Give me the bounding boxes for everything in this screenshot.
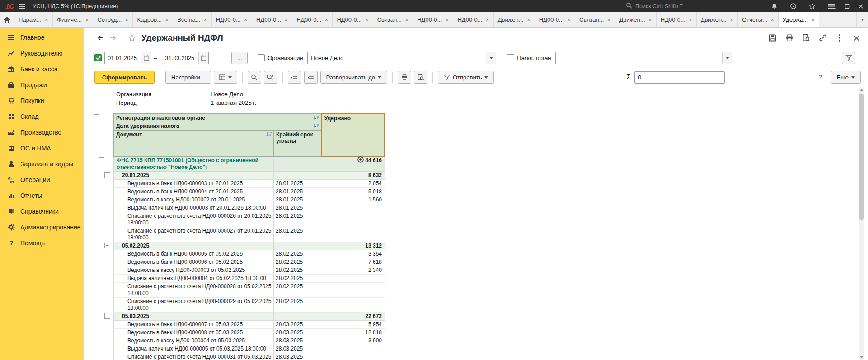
back-button[interactable] xyxy=(94,32,107,44)
tab-20[interactable]: Удержа...× xyxy=(779,12,819,27)
tab-2[interactable]: Физиче...× xyxy=(53,12,93,27)
collapse-groups-icon[interactable] xyxy=(288,71,301,84)
deadline-cell[interactable]: 28.03.2025 xyxy=(274,337,321,345)
collapse-group-button[interactable]: − xyxy=(104,313,110,319)
tax-office-combo[interactable] xyxy=(555,52,732,64)
deadline-cell[interactable]: 28.02.2025 xyxy=(274,275,321,283)
sidebar-item-dtkt[interactable]: ДтКтОперации xyxy=(0,172,83,187)
deadline-cell[interactable]: 28.01.2025 xyxy=(274,204,321,212)
sidebar-item-line-chart[interactable]: Руководителю xyxy=(0,45,83,61)
document-cell[interactable]: Ведомость в банк НД00-000008 от 05.03.20… xyxy=(113,329,274,337)
deadline-cell[interactable]: 28.02.2025 xyxy=(274,266,321,275)
document-cell[interactable]: Ведомость в банк НД00-000004 от 20.01.20… xyxy=(113,188,274,196)
withheld-cell[interactable] xyxy=(321,204,385,212)
withheld-cell[interactable] xyxy=(321,275,385,283)
withheld-cell[interactable]: 2 340 xyxy=(321,266,385,275)
deadline-cell[interactable] xyxy=(274,172,321,180)
find-icon[interactable] xyxy=(248,71,261,84)
print-icon[interactable] xyxy=(398,71,411,84)
withheld-cell[interactable]: 12 818 xyxy=(321,329,385,337)
document-cell[interactable]: Ведомость в банк НД00-000003 от 20.01.20… xyxy=(113,180,274,188)
tab-10[interactable]: Связан...× xyxy=(373,12,413,27)
collapse-group-button[interactable]: − xyxy=(99,157,104,163)
date-to-field[interactable]: 31.03.2025 xyxy=(162,52,209,64)
registration-header-cell[interactable]: Регистрация в налоговом органе xyxy=(113,113,321,122)
collapse-all-group-button[interactable]: − xyxy=(94,114,99,120)
deadline-cell[interactable] xyxy=(274,313,321,321)
tab-close-icon[interactable]: × xyxy=(165,17,169,23)
document-cell[interactable]: Списание с расчетного счета НД00-000027 … xyxy=(113,227,274,242)
info-period-value[interactable]: 1 квартал 2025 г. xyxy=(211,99,256,106)
info-period-label[interactable]: Период xyxy=(113,99,211,106)
tab-close-icon[interactable]: × xyxy=(486,17,489,23)
deadline-cell[interactable]: 28.01.2025 xyxy=(274,188,321,196)
sidebar-item-menu-lines[interactable]: Главное xyxy=(0,29,83,45)
chevron-down-icon[interactable] xyxy=(486,52,496,64)
deadline-cell[interactable]: 28.03.2025 xyxy=(274,345,321,353)
document-header-cell[interactable]: Документ xyxy=(113,131,274,157)
withheld-cell[interactable] xyxy=(321,298,385,313)
tab-close-icon[interactable]: × xyxy=(204,17,207,23)
calendar-icon[interactable] xyxy=(141,52,151,64)
deadline-cell[interactable]: 28.01.2025 xyxy=(274,212,321,227)
withheld-cell[interactable] xyxy=(321,212,385,227)
chevron-down-icon[interactable] xyxy=(722,52,732,64)
print-icon[interactable] xyxy=(784,33,795,43)
document-cell[interactable]: Ведомость в кассу НД00-000003 от 05.02.2… xyxy=(113,266,274,275)
tab-overflow-icon[interactable] xyxy=(856,12,868,27)
tab-8[interactable]: НД00-0...× xyxy=(292,12,333,27)
withheld-cell[interactable] xyxy=(321,227,385,242)
deadline-cell[interactable]: 28.03.2025 xyxy=(274,329,321,337)
sidebar-item-factory[interactable]: Производство xyxy=(0,124,83,140)
sidebar-item-book[interactable]: Справочники xyxy=(0,203,83,219)
deadline-cell[interactable] xyxy=(274,157,321,172)
tab-close-icon[interactable]: × xyxy=(405,17,408,23)
tab-1[interactable]: Парам...× xyxy=(14,12,53,27)
print-preview-icon[interactable] xyxy=(801,33,812,43)
withheld-cell[interactable]: 44 616 xyxy=(321,157,385,172)
organization-combo[interactable]: Новое Дело xyxy=(307,52,496,64)
add-favorite-star-icon[interactable] xyxy=(128,34,136,42)
tab-4[interactable]: Кадров...× xyxy=(133,12,173,27)
sort-icon[interactable] xyxy=(314,123,319,130)
find-next-icon[interactable] xyxy=(264,71,277,84)
tab-close-icon[interactable]: × xyxy=(85,17,89,23)
sidebar-item-help[interactable]: ?Помощь xyxy=(0,235,83,251)
sidebar-item-briefcase[interactable]: Продажи xyxy=(0,77,83,93)
home-icon[interactable] xyxy=(0,12,14,27)
deadline-cell[interactable]: 28.02.2025 xyxy=(274,258,321,266)
tab-5[interactable]: Все на...× xyxy=(173,12,211,27)
info-org-label[interactable]: Организация xyxy=(113,91,211,98)
withheld-cell[interactable]: 7 618 xyxy=(321,258,385,266)
send-button[interactable]: Отправить xyxy=(438,71,494,84)
deadline-cell[interactable]: 28.01.2025 xyxy=(274,196,321,204)
sidebar-item-bank[interactable]: Банк и касса xyxy=(0,61,83,77)
withheld-cell[interactable]: 3 354 xyxy=(321,250,385,258)
document-cell[interactable]: Ведомость в банк НД00-000005 от 05.02.20… xyxy=(113,250,274,258)
sidebar-item-bar-chart[interactable]: Отчеты xyxy=(0,187,83,203)
tab-close-icon[interactable]: × xyxy=(125,17,128,23)
info-org-value[interactable]: Новое Дело xyxy=(211,91,243,98)
filter-settings-button[interactable] xyxy=(842,52,855,64)
document-cell[interactable]: Списание с расчетного счета НД00-000031 … xyxy=(113,353,274,360)
tab-17[interactable]: НД00-0...× xyxy=(657,12,697,27)
withheld-cell[interactable]: 1 560 xyxy=(321,196,385,204)
document-cell[interactable]: Выдача наличных НД00-000005 от 05.03.202… xyxy=(113,345,274,353)
global-search[interactable]: Поиск Ctrl+Shift+F xyxy=(626,0,683,12)
withheld-cell[interactable] xyxy=(321,345,385,353)
document-cell[interactable]: Выдача наличных НД00-000003 от 20.01.202… xyxy=(113,204,274,212)
tab-11[interactable]: НД00-0...× xyxy=(413,12,453,27)
deadline-cell[interactable]: 28.03.2025 xyxy=(274,321,321,329)
save-icon[interactable] xyxy=(767,33,778,43)
tab-close-icon[interactable]: × xyxy=(730,17,733,23)
tab-13[interactable]: Движен...× xyxy=(494,12,535,27)
expand-to-button[interactable]: Разворачивать до xyxy=(320,71,387,84)
withheld-cell[interactable]: 5 018 xyxy=(321,188,385,196)
tab-close-icon[interactable]: × xyxy=(284,17,288,23)
withheld-cell[interactable]: 5 954 xyxy=(321,321,385,329)
main-menu-icon[interactable] xyxy=(19,4,25,9)
sidebar-item-person[interactable]: Зарплата и кадры xyxy=(0,156,83,172)
history-clock-icon[interactable] xyxy=(787,1,799,11)
notifications-bell-icon[interactable] xyxy=(768,1,780,11)
sidebar-item-gear[interactable]: Администрирование xyxy=(0,219,83,235)
